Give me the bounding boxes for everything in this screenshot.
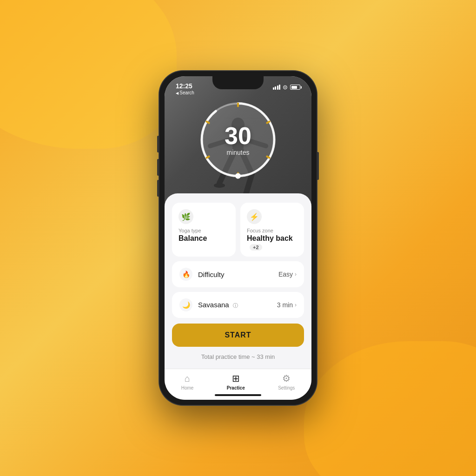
status-left: 12:25 Search xyxy=(176,83,194,95)
status-time: 12:25 xyxy=(176,83,194,89)
home-icon: ⌂ xyxy=(185,373,190,384)
signal-bars-icon xyxy=(273,85,281,90)
start-button[interactable]: START xyxy=(172,324,304,347)
phone: 12:25 Search ⊜ xyxy=(159,71,317,405)
savasana-label: Savasana ⓘ xyxy=(198,301,271,309)
timer-number: 30 xyxy=(225,124,251,148)
wifi-icon: ⊜ xyxy=(283,84,288,91)
savasana-info-icon: ⓘ xyxy=(233,303,238,308)
yoga-type-card[interactable]: 🌿 Yoga type Balance xyxy=(172,203,236,257)
yoga-type-value: Balance xyxy=(178,234,229,243)
tab-settings-label: Settings xyxy=(278,385,295,390)
battery-fill xyxy=(291,86,298,89)
svg-point-7 xyxy=(214,183,225,188)
tab-practice[interactable]: ⊞ Practice xyxy=(227,373,245,390)
status-icons: ⊜ xyxy=(273,84,301,91)
focus-zone-icon: ⚡ xyxy=(247,209,262,224)
yoga-type-label: Yoga type xyxy=(178,228,229,233)
yoga-type-icon: 🌿 xyxy=(178,209,193,224)
settings-icon: ⚙ xyxy=(282,373,291,384)
savasana-value: 3 min › xyxy=(277,301,297,309)
savasana-row[interactable]: 🌙 Savasana ⓘ 3 min › xyxy=(172,292,304,318)
status-search[interactable]: Search xyxy=(176,90,194,95)
tab-home[interactable]: ⌂ Home xyxy=(181,373,194,390)
difficulty-icon: 🔥 xyxy=(179,268,192,281)
content-panel: 🌿 Yoga type Balance ⚡ Focus zone Healthy… xyxy=(165,193,311,369)
svg-point-16 xyxy=(235,173,241,179)
hero-image: 30 minutes xyxy=(165,76,311,206)
cards-row: 🌿 Yoga type Balance ⚡ Focus zone Healthy… xyxy=(172,203,304,257)
phone-screen: 12:25 Search ⊜ xyxy=(165,76,311,400)
home-indicator xyxy=(215,394,261,396)
timer-center: 30 minutes xyxy=(225,124,251,156)
tab-settings[interactable]: ⚙ Settings xyxy=(278,373,295,390)
timer-container: 30 minutes xyxy=(198,100,278,179)
total-time: Total practice time ~ 33 min xyxy=(172,351,304,364)
focus-zone-label: Focus zone xyxy=(247,228,298,233)
difficulty-value: Easy › xyxy=(278,271,297,278)
difficulty-chevron: › xyxy=(295,271,297,278)
practice-icon: ⊞ xyxy=(232,373,240,384)
tab-home-label: Home xyxy=(181,385,194,390)
difficulty-label: Difficulty xyxy=(198,271,273,278)
notch xyxy=(212,76,264,89)
battery-icon xyxy=(290,85,300,90)
svg-rect-10 xyxy=(237,103,239,107)
difficulty-row[interactable]: 🔥 Difficulty Easy › xyxy=(172,261,304,287)
tab-practice-label: Practice xyxy=(227,385,245,390)
phone-wrapper: 12:25 Search ⊜ xyxy=(159,71,317,405)
focus-zone-value: Healthy back +2 xyxy=(247,234,298,251)
focus-zone-card[interactable]: ⚡ Focus zone Healthy back +2 xyxy=(240,203,304,257)
focus-zone-badge: +2 xyxy=(250,244,262,251)
savasana-chevron: › xyxy=(295,302,297,308)
timer-unit: minutes xyxy=(225,149,251,156)
savasana-icon: 🌙 xyxy=(179,298,192,311)
